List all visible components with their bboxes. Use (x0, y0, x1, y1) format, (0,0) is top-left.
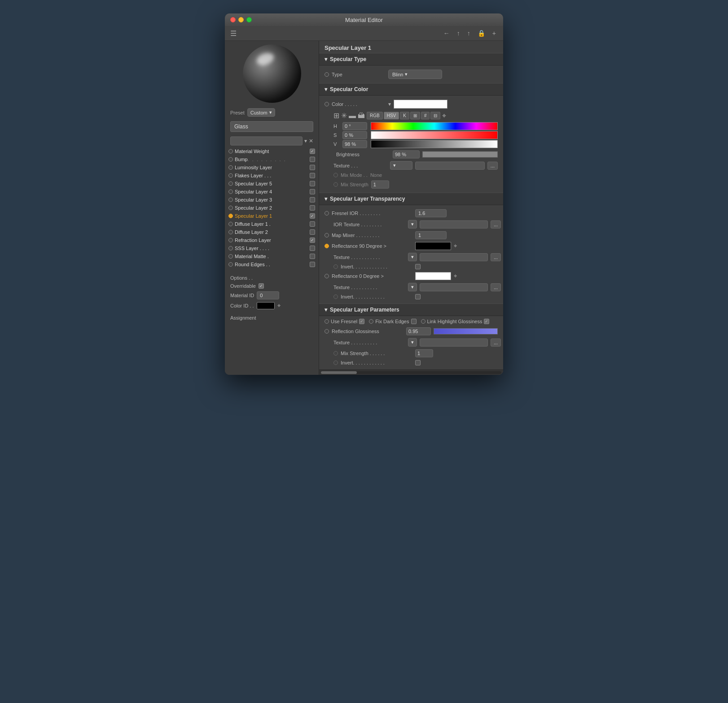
horizontal-scrollbar[interactable] (319, 369, 503, 375)
ior-texture-dropdown[interactable]: ▾ (408, 220, 417, 228)
radio-link-highlight[interactable] (421, 319, 425, 324)
checkbox-diffuse1[interactable] (310, 221, 315, 227)
radio-spec3[interactable] (228, 198, 233, 202)
texture-dropdown[interactable]: ▾ (390, 161, 412, 170)
ior-texture-ellipsis[interactable]: ... (491, 220, 501, 228)
texture-ellipsis[interactable]: ... (487, 162, 498, 170)
specular-color-header[interactable]: ▾ Specular Color (319, 83, 503, 96)
v-input[interactable] (342, 140, 367, 148)
radio-invert1[interactable] (333, 264, 338, 269)
search-dropdown-icon[interactable]: ▾ (304, 138, 307, 144)
spectrum-icon[interactable]: ⊞ (333, 111, 339, 120)
reflectance0-eyedropper[interactable]: ⌖ (454, 272, 457, 280)
layer-item-refraction[interactable]: Refraction Layer ✓ (225, 236, 319, 244)
search-clear-icon[interactable]: ✕ (309, 138, 313, 144)
checkbox-round-edges[interactable] (310, 262, 315, 267)
r0-texture-dropdown[interactable]: ▾ (408, 283, 417, 291)
checkbox-invert1[interactable] (415, 264, 421, 269)
layer-item-luminosity[interactable]: Luminosity Layer (225, 163, 319, 171)
radio-mix-strength[interactable] (333, 182, 338, 187)
layer-item-round-edges[interactable]: Round Edges . . (225, 260, 319, 268)
radio-reflectance0[interactable] (325, 274, 329, 278)
up2-button[interactable]: ↑ (465, 29, 472, 38)
checkbox-matte[interactable] (310, 254, 315, 259)
maximize-button[interactable] (246, 17, 252, 22)
gloss-bar[interactable] (434, 328, 498, 334)
r90-texture-dropdown[interactable]: ▾ (408, 253, 417, 261)
fresnel-input[interactable] (415, 209, 447, 217)
checkbox-diffuse2[interactable] (310, 229, 315, 235)
checkbox-flakes[interactable] (310, 173, 315, 178)
brightness-bar[interactable] (422, 151, 498, 158)
radio-diffuse2[interactable] (228, 230, 233, 234)
layer-item-flakes[interactable]: Flakes Layer . . . (225, 171, 319, 180)
layer-item-spec4[interactable]: Specular Layer 4 (225, 188, 319, 196)
reflectance90-eyedropper[interactable]: ⌖ (454, 242, 457, 250)
checkbox-luminosity[interactable] (310, 165, 315, 170)
material-name-input[interactable] (230, 121, 313, 132)
layer-item-bump[interactable]: Bump. . . . . . . . . (225, 155, 319, 163)
ior-texture-input[interactable] (420, 220, 488, 228)
map-mixer-input[interactable] (415, 231, 447, 239)
radio-flakes[interactable] (228, 173, 233, 178)
up-button[interactable]: ↑ (455, 29, 462, 38)
radio-matte[interactable] (228, 254, 233, 259)
layer-item-diffuse1[interactable]: Diffuse Layer 1 . (225, 220, 319, 228)
saturation-gradient[interactable] (371, 131, 498, 139)
layer-item-diffuse2[interactable]: Diffuse Layer 2 (225, 228, 319, 236)
checkbox-params-invert[interactable] (415, 360, 421, 365)
hsv-btn[interactable]: HSV (384, 112, 399, 119)
radio-sss[interactable] (228, 246, 233, 250)
brightness-input[interactable] (393, 150, 420, 158)
specular-type-header[interactable]: ▾ Specular Type (319, 53, 503, 66)
checkbox-fix-dark[interactable] (411, 319, 417, 324)
r0-texture-ellipsis[interactable]: ... (491, 283, 501, 291)
checkbox-overridable[interactable]: ✓ (259, 283, 264, 289)
radio-diffuse1[interactable] (228, 222, 233, 226)
color-id-swatch[interactable] (257, 302, 275, 309)
checkbox-invert2[interactable] (415, 294, 421, 299)
radio-round-edges[interactable] (228, 262, 233, 267)
k-btn[interactable]: K (400, 112, 409, 119)
radio-reflectance90[interactable] (325, 244, 329, 248)
radio-reflection-gloss[interactable] (325, 329, 329, 334)
reflectance0-swatch[interactable] (415, 272, 451, 280)
rgb-btn[interactable]: RGB (367, 112, 383, 119)
type-dropdown[interactable]: Blinn ▾ (388, 70, 442, 79)
search-input[interactable] (230, 136, 303, 145)
checkbox-refraction[interactable]: ✓ (310, 237, 315, 243)
r90-texture-input[interactable] (420, 253, 488, 261)
wheel-icon[interactable]: ✳ (341, 111, 347, 120)
checkbox-spec1[interactable]: ✓ (310, 213, 315, 219)
params-texture-ellipsis[interactable]: ... (491, 338, 501, 347)
r90-texture-ellipsis[interactable]: ... (491, 253, 501, 261)
checkbox-material-weight[interactable]: ✓ (310, 149, 315, 154)
radio-mix-mode[interactable] (333, 173, 338, 177)
s-input[interactable] (342, 131, 367, 139)
color-arrow-dropdown[interactable]: ▾ (388, 101, 391, 107)
radio-use-fresnel[interactable] (325, 319, 329, 324)
hash-btn[interactable]: # (421, 112, 430, 119)
radio-spec5[interactable] (228, 181, 233, 186)
lock-button[interactable]: 🔒 (476, 29, 487, 38)
params-mix-input[interactable] (415, 349, 433, 357)
close-button[interactable] (230, 17, 236, 22)
radio-spec1[interactable] (228, 214, 233, 218)
grid2-btn[interactable]: ⊟ (430, 112, 440, 119)
color-swatch[interactable] (394, 100, 447, 109)
checkbox-spec4[interactable] (310, 189, 315, 194)
radio-material-weight[interactable] (228, 149, 233, 154)
radio-spec2[interactable] (228, 206, 233, 210)
radio-refraction[interactable] (228, 238, 233, 242)
specular-params-header[interactable]: ▾ Specular Layer Parameters (319, 303, 503, 316)
specular-transparency-header[interactable]: ▾ Specular Layer Transparency (319, 193, 503, 205)
radio-fresnel[interactable] (325, 211, 329, 215)
hue-gradient[interactable] (371, 122, 498, 130)
checkbox-sss[interactable] (310, 246, 315, 251)
layer-item-spec1[interactable]: Specular Layer 1 ✓ (225, 212, 319, 220)
radio-params-invert[interactable] (333, 360, 338, 365)
minimize-button[interactable] (238, 17, 244, 22)
material-id-input[interactable] (257, 291, 279, 299)
radio-spec4[interactable] (228, 189, 233, 194)
checkbox-link-highlight[interactable]: ✓ (484, 319, 489, 324)
